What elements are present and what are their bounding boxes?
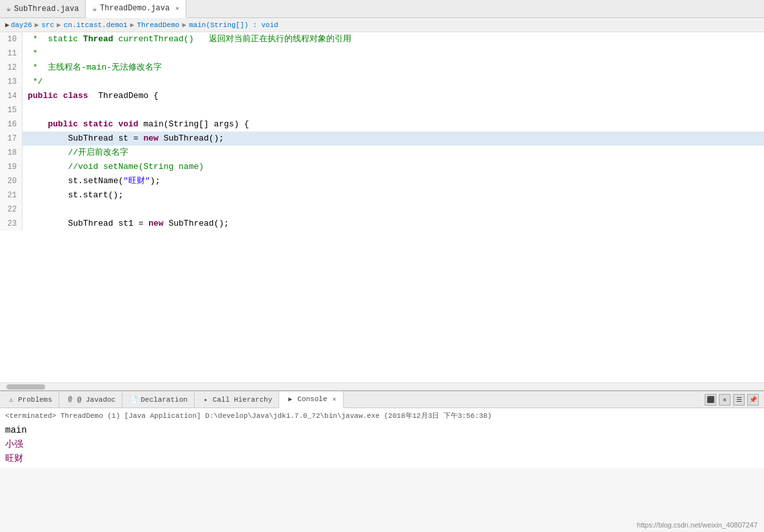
breadcrumb-class[interactable]: ThreadDemo [137, 21, 179, 29]
code-editor[interactable]: 10 * static Thread currentThread() 返回对当前… [0, 32, 764, 382]
code-line-12: 12 * 主线程名-main-无法修改名字 [0, 61, 764, 75]
code-area: 10 * static Thread currentThread() 返回对当前… [0, 32, 764, 231]
call-hierarchy-icon: ✦ [201, 395, 210, 404]
declaration-icon: 📄 [129, 395, 138, 404]
tab-call-hierarchy[interactable]: ✦ Call Hierarchy [195, 391, 279, 408]
code-line-10: 10 * static Thread currentThread() 返回对当前… [0, 32, 764, 46]
console-area[interactable]: <terminated> ThreadDemo (1) [Java Applic… [0, 408, 764, 468]
code-line-22: 22 [0, 202, 764, 217]
tab-javadoc-label: @ Javadoc [77, 396, 115, 404]
watermark: https://blog.csdn.net/weixin_40807247 [637, 521, 758, 529]
scrollbar-thumb[interactable] [6, 384, 45, 389]
bottom-toolbar: ⬛ ✕ ☰ 📌 [705, 391, 764, 408]
menu-button[interactable]: ☰ [733, 394, 745, 406]
close-icon[interactable]: ✕ [175, 5, 179, 12]
console-close-icon[interactable]: ✕ [333, 395, 337, 403]
java-file-icon: ☕ [6, 5, 11, 13]
code-line-19: 19 //void setName(String name) [0, 160, 764, 174]
bottom-panel: ⚠ Problems @ @ Javadoc 📄 Declaration ✦ C… [0, 390, 764, 532]
tab-declaration-label: Declaration [141, 396, 188, 404]
breadcrumb-package[interactable]: cn.itcast.demo1 [64, 21, 128, 29]
console-icon: ▶ [286, 395, 295, 404]
tab-javadoc[interactable]: @ @ Javadoc [59, 391, 122, 408]
code-line-11: 11 * [0, 46, 764, 61]
bottom-tab-bar: ⚠ Problems @ @ Javadoc 📄 Declaration ✦ C… [0, 391, 764, 408]
tab-console[interactable]: ▶ Console ✕ [279, 391, 343, 408]
console-line-1: main [5, 423, 759, 437]
console-line-2: 小强 [5, 437, 759, 451]
console-header: <terminated> ThreadDemo (1) [Java Applic… [5, 411, 759, 420]
code-line-23: 23 SubThread st1 = new SubThread(); [0, 217, 764, 231]
tab-problems-label: Problems [18, 396, 52, 404]
code-line-14: 14 public class ThreadDemo { [0, 89, 764, 103]
stop-button[interactable]: ⬛ [705, 394, 716, 406]
console-output: main 小强 旺财 [5, 423, 759, 466]
breadcrumb: ▶ day26 ▶ src ▶ cn.itcast.demo1 ▶ Thread… [0, 18, 764, 32]
tab-problems[interactable]: ⚠ Problems [0, 391, 59, 408]
javadoc-icon: @ [66, 395, 75, 404]
breadcrumb-method[interactable]: main(String[]) : void [189, 21, 279, 29]
code-line-13: 13 */ [0, 75, 764, 89]
tab-subthread-label: SubThread.java [14, 5, 79, 14]
console-wrapper: <terminated> ThreadDemo (1) [Java Applic… [0, 408, 764, 532]
java-file-icon-2: ☕ [92, 5, 97, 13]
tab-declaration[interactable]: 📄 Declaration [122, 391, 195, 408]
horizontal-scrollbar[interactable] [0, 382, 764, 390]
breadcrumb-day26[interactable]: day26 [11, 21, 32, 29]
tab-bar: ☕ SubThread.java ☕ ThreadDemo.java ✕ [0, 0, 764, 18]
tab-subthread[interactable]: ☕ SubThread.java [0, 0, 86, 17]
tab-console-label: Console [297, 395, 327, 403]
problems-icon: ⚠ [6, 395, 15, 404]
pin-button[interactable]: 📌 [747, 394, 759, 406]
code-line-20: 20 st.setName("旺财"); [0, 174, 764, 188]
console-line-3: 旺财 [5, 451, 759, 466]
tab-threaddemo-label: ThreadDemo.java [100, 4, 170, 13]
breadcrumb-src[interactable]: src [41, 21, 54, 29]
code-line-16: 16 public static void main(String[] args… [0, 117, 764, 132]
close-console-button[interactable]: ✕ [719, 394, 730, 406]
code-line-17: 17 SubThread st = new SubThread(); [0, 132, 764, 146]
breadcrumb-arrow: ▶ [5, 21, 10, 29]
tab-call-hierarchy-label: Call Hierarchy [213, 396, 272, 404]
code-line-21: 21 st.start(); [0, 188, 764, 202]
tab-threaddemo[interactable]: ☕ ThreadDemo.java ✕ [86, 0, 186, 18]
code-line-18: 18 //开启前改名字 [0, 146, 764, 160]
code-line-15: 15 [0, 103, 764, 117]
